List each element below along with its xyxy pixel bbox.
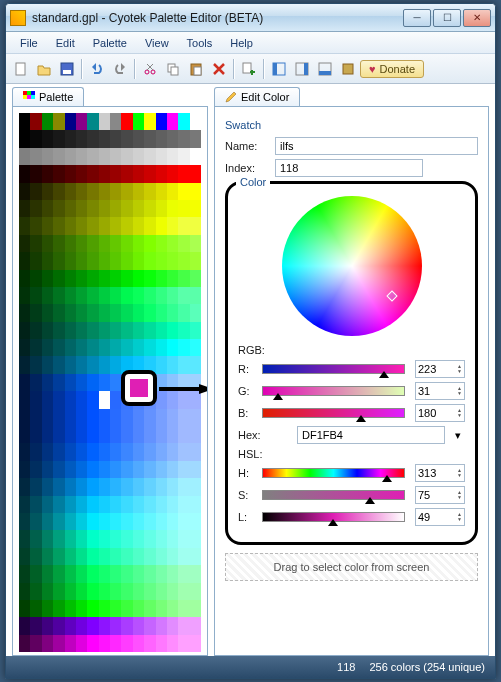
swatch-cell[interactable] bbox=[121, 478, 132, 495]
swatch-cell[interactable] bbox=[133, 200, 144, 217]
swatch-cell[interactable] bbox=[65, 183, 76, 200]
swatch-cell[interactable] bbox=[167, 443, 178, 460]
swatch-cell[interactable] bbox=[87, 374, 98, 391]
swatch-cell[interactable] bbox=[30, 478, 41, 495]
swatch-cell[interactable] bbox=[42, 391, 53, 408]
swatch-cell[interactable] bbox=[133, 130, 144, 147]
swatch-cell[interactable] bbox=[133, 252, 144, 269]
swatch-cell[interactable] bbox=[110, 409, 121, 426]
swatch-cell[interactable] bbox=[30, 304, 41, 321]
swatch-cell[interactable] bbox=[156, 252, 167, 269]
swatch-cell[interactable] bbox=[76, 165, 87, 182]
swatch-cell[interactable] bbox=[87, 443, 98, 460]
swatch-cell[interactable] bbox=[121, 322, 132, 339]
swatch-cell[interactable] bbox=[110, 322, 121, 339]
swatch-cell[interactable] bbox=[53, 304, 64, 321]
swatch-cell[interactable] bbox=[65, 409, 76, 426]
swatch-cell[interactable] bbox=[87, 478, 98, 495]
swatch-cell[interactable] bbox=[178, 148, 189, 165]
swatch-cell[interactable] bbox=[167, 600, 178, 617]
add-swatch-button[interactable] bbox=[238, 58, 260, 80]
swatch-cell[interactable] bbox=[42, 443, 53, 460]
swatch-cell[interactable] bbox=[156, 461, 167, 478]
swatch-cell[interactable] bbox=[121, 130, 132, 147]
swatch-cell[interactable] bbox=[87, 270, 98, 287]
delete-button[interactable] bbox=[208, 58, 230, 80]
swatch-cell[interactable] bbox=[133, 217, 144, 234]
swatch-cell[interactable] bbox=[110, 270, 121, 287]
swatch-cell[interactable] bbox=[133, 235, 144, 252]
swatch-cell[interactable] bbox=[87, 391, 98, 408]
swatch-cell[interactable] bbox=[19, 148, 30, 165]
swatch-cell[interactable] bbox=[87, 513, 98, 530]
swatch-cell[interactable] bbox=[30, 496, 41, 513]
swatch-cell[interactable] bbox=[65, 130, 76, 147]
s-slider[interactable] bbox=[262, 488, 405, 502]
swatch-cell[interactable] bbox=[65, 583, 76, 600]
swatch-cell[interactable] bbox=[87, 600, 98, 617]
swatch-cell[interactable] bbox=[110, 513, 121, 530]
cut-button[interactable] bbox=[139, 58, 161, 80]
swatch-cell[interactable] bbox=[76, 565, 87, 582]
swatch-cell[interactable] bbox=[53, 287, 64, 304]
swatch-cell[interactable] bbox=[133, 426, 144, 443]
swatch-cell[interactable] bbox=[144, 287, 155, 304]
swatch-cell[interactable] bbox=[178, 513, 189, 530]
menu-tools[interactable]: Tools bbox=[179, 35, 221, 51]
swatch-cell[interactable] bbox=[87, 200, 98, 217]
swatch-cell[interactable] bbox=[190, 513, 201, 530]
swatch-cell[interactable] bbox=[190, 270, 201, 287]
swatch-cell[interactable] bbox=[99, 148, 110, 165]
swatch-cell[interactable] bbox=[53, 461, 64, 478]
swatch-cell[interactable] bbox=[76, 617, 87, 634]
swatch-cell[interactable] bbox=[156, 426, 167, 443]
swatch-cell[interactable] bbox=[133, 339, 144, 356]
swatch-cell[interactable] bbox=[76, 443, 87, 460]
swatch-cell[interactable] bbox=[30, 235, 41, 252]
swatch-cell[interactable] bbox=[190, 183, 201, 200]
swatch-cell[interactable] bbox=[87, 322, 98, 339]
swatch-cell[interactable] bbox=[190, 200, 201, 217]
swatch-cell[interactable] bbox=[144, 304, 155, 321]
swatch-cell[interactable] bbox=[19, 583, 30, 600]
swatch-cell[interactable] bbox=[76, 148, 87, 165]
swatch-cell[interactable] bbox=[156, 409, 167, 426]
swatch-cell[interactable] bbox=[65, 548, 76, 565]
swatch-cell[interactable] bbox=[144, 617, 155, 634]
help-button[interactable] bbox=[337, 58, 359, 80]
swatch-cell[interactable] bbox=[30, 461, 41, 478]
swatch-cell[interactable] bbox=[76, 183, 87, 200]
swatch-cell[interactable] bbox=[87, 426, 98, 443]
swatch-cell[interactable] bbox=[133, 322, 144, 339]
swatch-cell[interactable] bbox=[133, 183, 144, 200]
swatch-cell[interactable] bbox=[144, 426, 155, 443]
swatch-cell[interactable] bbox=[30, 287, 41, 304]
swatch-cell[interactable] bbox=[121, 565, 132, 582]
swatch-cell[interactable] bbox=[87, 252, 98, 269]
swatch-cell[interactable] bbox=[19, 374, 30, 391]
swatch-cell[interactable] bbox=[121, 443, 132, 460]
swatch-cell[interactable] bbox=[19, 600, 30, 617]
undo-button[interactable] bbox=[86, 58, 108, 80]
swatch-cell[interactable] bbox=[110, 617, 121, 634]
swatch-cell[interactable] bbox=[53, 270, 64, 287]
swatch-cell[interactable] bbox=[167, 565, 178, 582]
swatch-cell[interactable] bbox=[121, 496, 132, 513]
close-button[interactable]: ✕ bbox=[463, 9, 491, 27]
swatch-cell[interactable] bbox=[65, 339, 76, 356]
hex-input[interactable] bbox=[297, 426, 445, 444]
swatch-cell[interactable] bbox=[167, 113, 178, 130]
swatch-cell[interactable] bbox=[167, 339, 178, 356]
swatch-cell[interactable] bbox=[42, 548, 53, 565]
swatch-cell[interactable] bbox=[156, 478, 167, 495]
swatch-cell[interactable] bbox=[76, 200, 87, 217]
swatch-cell[interactable] bbox=[30, 252, 41, 269]
swatch-cell[interactable] bbox=[30, 322, 41, 339]
swatch-cell[interactable] bbox=[99, 548, 110, 565]
swatch-cell[interactable] bbox=[99, 409, 110, 426]
minimize-button[interactable]: ─ bbox=[403, 9, 431, 27]
swatch-cell[interactable] bbox=[99, 600, 110, 617]
swatch-cell[interactable] bbox=[190, 356, 201, 373]
swatch-cell[interactable] bbox=[178, 565, 189, 582]
menu-file[interactable]: File bbox=[12, 35, 46, 51]
